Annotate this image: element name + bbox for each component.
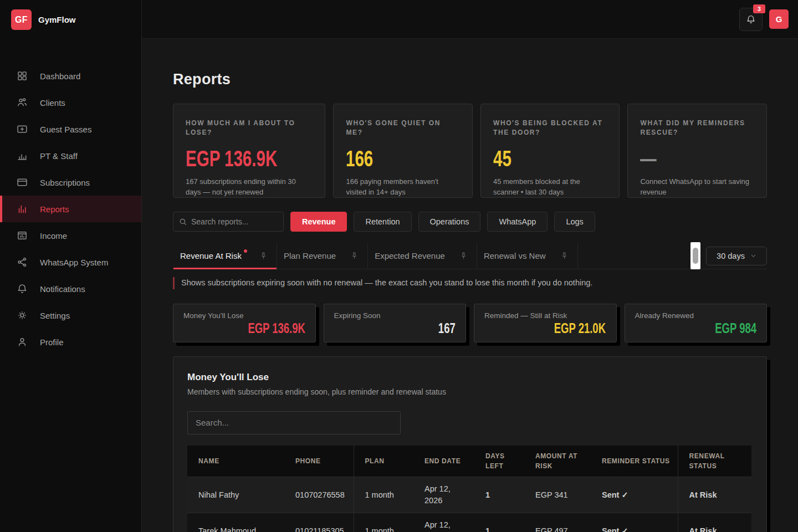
user-avatar[interactable]: G <box>769 9 789 29</box>
kpi-value: 45 <box>493 146 607 171</box>
kpi-value: EGP 136.9K <box>186 146 313 171</box>
sidebar-item-whatsapp-system[interactable]: WhatsApp System <box>0 249 141 275</box>
topbar: 3 G <box>142 0 798 39</box>
table-row[interactable]: Nihal Fathy 01070276558 1 month Apr 12, … <box>187 477 751 513</box>
cell-plan: 1 month <box>354 513 413 532</box>
kpi-description: 45 members blocked at the scanner • last… <box>493 177 607 198</box>
stat-label: Already Renewed <box>635 311 757 320</box>
bell-icon <box>746 14 756 24</box>
report-bars-icon <box>17 203 28 214</box>
cell-renewal-status: At Risk <box>678 477 751 513</box>
col-reminder-status[interactable]: Reminder Status <box>591 446 678 477</box>
sidebar-nav: Dashboard Clients Guest Passes PT & Staf… <box>0 63 141 355</box>
page-title: Reports <box>173 71 767 88</box>
sidebar-item-label: Settings <box>40 311 70 320</box>
filter-button-logs[interactable]: Logs <box>554 212 595 232</box>
stat-value: 167 <box>432 320 456 336</box>
user-icon <box>17 336 28 347</box>
share-nodes-icon <box>17 257 28 268</box>
col-amount-at-risk[interactable]: Amount at Risk <box>524 446 591 477</box>
stat-label: Money You'll Lose <box>183 311 305 320</box>
cell-name: Tarek Mahmoud <box>187 513 284 532</box>
reports-search[interactable] <box>173 212 284 232</box>
sidebar-item-settings[interactable]: Settings <box>0 302 141 329</box>
tabs-scrollbar-thumb[interactable] <box>693 248 698 264</box>
kpi-description: 167 subscriptions ending within 30 days … <box>186 177 313 198</box>
panel-title: Money You'll Lose <box>187 372 753 383</box>
sidebar-item-notifications[interactable]: Notifications <box>0 275 141 302</box>
kpi-card-blocked: WHO'S BEING BLOCKED AT THE DOOR? 45 45 m… <box>480 104 620 198</box>
filter-button-operations[interactable]: Operations <box>418 212 481 232</box>
col-end-date[interactable]: End Date <box>413 446 474 477</box>
sidebar-item-label: Notifications <box>40 284 85 294</box>
tabs-scrollbar[interactable] <box>690 242 700 269</box>
sidebar-item-subscriptions[interactable]: Subscriptions <box>0 169 141 196</box>
tab-label: Expected Revenue <box>375 251 445 260</box>
kpi-value: 166 <box>346 146 460 171</box>
sidebar-item-label: WhatsApp System <box>40 258 108 267</box>
sidebar-item-label: Clients <box>40 98 65 108</box>
cell-amount-at-risk: EGP 497 <box>524 513 591 532</box>
filter-button-whatsapp[interactable]: WhatsApp <box>487 212 548 232</box>
col-plan[interactable]: Plan <box>354 446 413 477</box>
kpi-card-rescued: WHAT DID MY REMINDERS RESCUE? — Connect … <box>627 104 767 198</box>
cell-end-date: Apr 12, 2026 <box>413 513 474 532</box>
filter-button-retention[interactable]: Retention <box>354 212 411 232</box>
stat-label: Expiring Soon <box>334 311 456 320</box>
tab-description: Shows subscriptions expiring soon with n… <box>173 277 767 289</box>
tab-expected-revenue[interactable]: Expected Revenue <box>368 243 477 269</box>
alert-dot <box>244 249 247 253</box>
tab-label: Revenue At Risk <box>180 251 242 260</box>
credit-card-icon <box>17 177 28 188</box>
stat-value: EGP 21.0K <box>536 320 606 336</box>
table-row[interactable]: Tarek Mahmoud 01021185305 1 month Apr 12… <box>187 513 751 532</box>
tab-revenue-at-risk[interactable]: Revenue At Risk <box>173 243 277 269</box>
stat-card-renewed: Already Renewed EGP 984 <box>625 304 768 342</box>
notifications-button[interactable]: 3 <box>739 8 763 31</box>
panel-subtitle: Members with subscriptions ending soon, … <box>187 387 753 396</box>
cell-plan: 1 month <box>354 477 413 513</box>
guest-pass-card-icon <box>17 124 28 135</box>
sidebar-item-dashboard[interactable]: Dashboard <box>0 63 141 89</box>
kpi-question: WHO'S BEING BLOCKED AT THE DOOR? <box>493 119 607 138</box>
pin-icon[interactable] <box>560 252 569 260</box>
pin-icon[interactable] <box>459 252 468 260</box>
sidebar-item-label: Guest Passes <box>40 125 91 134</box>
bell-icon <box>17 283 28 294</box>
tab-plan-revenue[interactable]: Plan Revenue <box>277 243 368 269</box>
sidebar-item-label: Dashboard <box>40 71 80 81</box>
col-days-left[interactable]: Days Left <box>474 446 524 477</box>
sidebar-item-label: Profile <box>40 337 64 347</box>
bar-chart-icon <box>17 150 28 161</box>
sidebar-item-reports[interactable]: Reports <box>0 196 141 222</box>
sidebar-item-guest-passes[interactable]: Guest Passes <box>0 116 141 142</box>
kpi-description: Connect WhatsApp to start saving revenue <box>640 177 754 198</box>
cell-reminder-status: Sent ✓ <box>591 477 678 513</box>
table-search[interactable] <box>187 411 401 434</box>
stat-card-expiring-soon: Expiring Soon 167 <box>324 304 467 342</box>
pin-icon[interactable] <box>350 252 359 260</box>
sidebar-item-clients[interactable]: Clients <box>0 89 141 116</box>
filter-button-revenue[interactable]: Revenue <box>290 212 347 232</box>
col-renewal-status[interactable]: Renewal Status <box>678 446 751 477</box>
pin-icon[interactable] <box>259 252 268 260</box>
col-name[interactable]: Name <box>187 446 284 477</box>
col-phone[interactable]: Phone <box>284 446 354 477</box>
date-range-select[interactable]: 30 days <box>706 247 767 265</box>
tab-label: Renewal vs New <box>484 251 546 260</box>
cell-end-date: Apr 12, 2026 <box>413 477 474 513</box>
notification-count-badge: 3 <box>753 4 765 13</box>
kpi-description: 166 paying members haven't visited in 14… <box>346 177 460 198</box>
stat-label: Reminded — Still at Risk <box>484 311 606 320</box>
table-search-input[interactable] <box>196 412 392 434</box>
sidebar-item-pt-staff[interactable]: PT & Staff <box>0 142 141 169</box>
cell-name: Nihal Fathy <box>187 477 284 513</box>
cell-days-left: 1 <box>474 513 524 532</box>
cell-days-left: 1 <box>474 477 524 513</box>
reports-search-input[interactable] <box>191 217 278 226</box>
sidebar-item-profile[interactable]: Profile <box>0 329 141 355</box>
kpi-question: WHAT DID MY REMINDERS RESCUE? <box>640 119 754 138</box>
tab-renewal-vs-new[interactable]: Renewal vs New <box>477 243 578 269</box>
sidebar-item-income[interactable]: Income <box>0 222 141 249</box>
cell-phone: 01021185305 <box>284 513 354 532</box>
